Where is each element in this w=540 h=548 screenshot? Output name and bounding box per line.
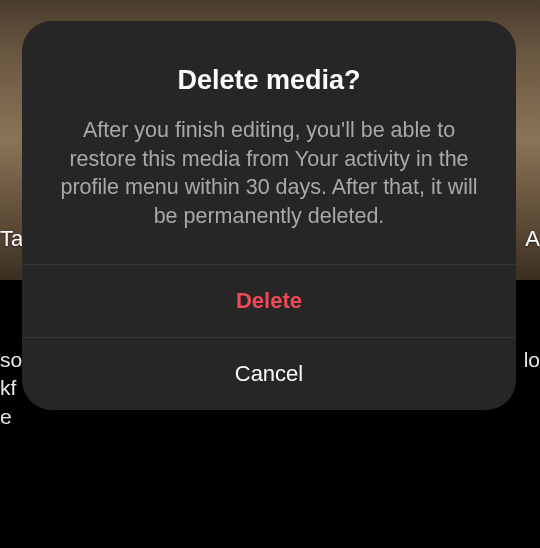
- delete-button[interactable]: Delete: [22, 264, 516, 337]
- dialog-body: Delete media? After you finish editing, …: [22, 21, 516, 264]
- dialog-title: Delete media?: [48, 65, 490, 96]
- cancel-button[interactable]: Cancel: [22, 337, 516, 410]
- background-text-fragment: A: [525, 226, 540, 252]
- background-text-fragment: Ta: [0, 226, 23, 252]
- background-text-fragment: so kf e: [0, 346, 22, 431]
- dialog-button-group: Delete Cancel: [22, 264, 516, 410]
- confirmation-dialog: Delete media? After you finish editing, …: [22, 21, 516, 410]
- background-text-fragment: lo: [524, 346, 540, 374]
- dialog-message: After you finish editing, you'll be able…: [48, 116, 490, 230]
